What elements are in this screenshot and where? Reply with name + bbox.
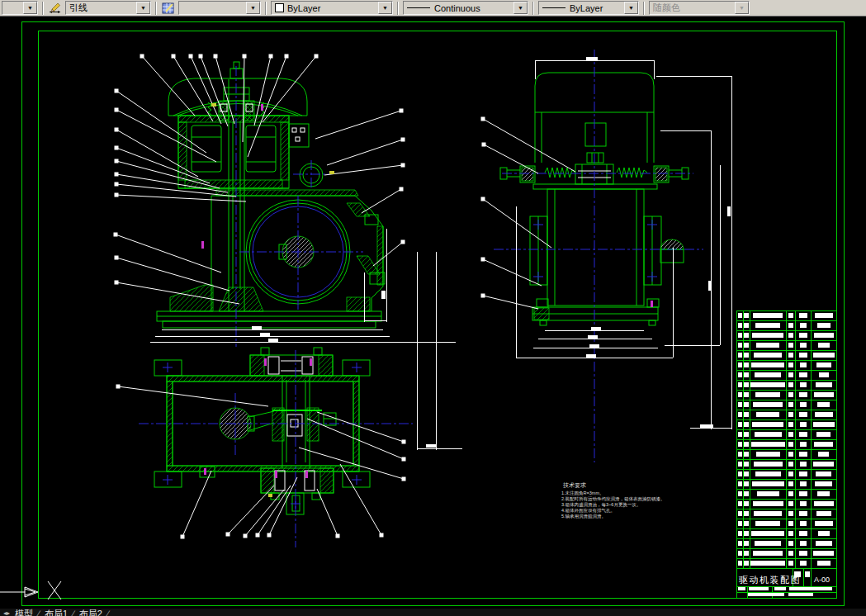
color-control-combo[interactable]: ByLayer ▼ [271, 1, 393, 15]
title-block: 驱动机装配图 A-00 [736, 568, 836, 598]
lineweight-control-combo[interactable]: ByLayer ▼ [538, 1, 639, 15]
leader-style-value: 引线 [69, 2, 88, 14]
tech-line: 4.箱体外面应设有排气孔。 [561, 508, 615, 514]
truncated-combo[interactable]: ▼ [2, 1, 38, 15]
toolbar-separator [155, 2, 157, 15]
lineweight-value: ByLayer [570, 3, 603, 13]
chevron-down-icon[interactable]: ▼ [246, 2, 260, 14]
tab-scroll-icons[interactable]: ◂▸ [3, 609, 10, 616]
tab-separator: ∕ [73, 609, 74, 616]
chevron-down-icon[interactable]: ▼ [513, 2, 528, 14]
tab-separator: ∕ [38, 609, 40, 616]
front-view [157, 62, 385, 328]
tech-line: 2.装配时所有运动件均应润滑，箱体表面涂防锈漆。 [561, 496, 665, 502]
plot-style-value: 随颜色 [653, 2, 680, 14]
parts-list-table [736, 310, 836, 598]
toolbar-separator [532, 2, 534, 15]
chevron-down-icon[interactable]: ▼ [136, 2, 150, 14]
leader-style-combo[interactable]: 引线 ▼ [65, 1, 151, 15]
toolbar-separator [643, 2, 645, 15]
tech-line: 3.箱体内盛润滑油，每3~6月更换一次。 [561, 502, 641, 508]
color-swatch-icon [275, 3, 284, 12]
tab-separator: ∕ [107, 609, 109, 616]
color-ticks [201, 103, 653, 497]
chevron-down-icon[interactable]: ▼ [624, 2, 638, 14]
linetype-sample-icon [407, 7, 430, 8]
drawing-title: 驱动机装配图 [738, 575, 801, 585]
model-space-canvas[interactable]: .g{stroke:#00cc00;fill:none;stroke-width… [0, 17, 866, 609]
toolbar-separator [397, 2, 399, 15]
centerlines [139, 50, 703, 547]
chevron-down-icon[interactable]: ▼ [378, 2, 392, 14]
chevron-down-icon: ▼ [735, 2, 749, 14]
ucs-icon [0, 581, 61, 599]
linetype-control-combo[interactable]: Continuous ▼ [403, 1, 528, 15]
tab-model[interactable]: 模型 [15, 609, 33, 616]
tech-requirements: 技术要求 1.未注圆角R=3mm。 2.装配时所有运动件均应润滑，箱体表面涂防锈… [561, 482, 665, 519]
tech-line: 5.轴承用润滑脂润滑。 [561, 514, 606, 519]
table-style-icon [161, 1, 176, 15]
drawing-number: A-00 [814, 576, 830, 584]
layout-tab-strip: ◂▸ 模型∕布局1∕布局2∕ [0, 609, 866, 616]
leader-style-icon [48, 1, 63, 15]
linetype-value: Continuous [434, 3, 480, 13]
plot-style-combo: 随颜色 ▼ [649, 1, 750, 15]
drawing-svg: .g{stroke:#00cc00;fill:none;stroke-width… [0, 17, 866, 609]
tab-layout1[interactable]: 布局1 [45, 609, 68, 616]
lineweight-sample-icon [542, 7, 566, 8]
tech-line: 1.未注圆角R=3mm。 [561, 490, 604, 496]
empty-style-combo[interactable]: ▼ [178, 1, 261, 15]
toolbar-separator [265, 2, 267, 15]
toolbar: ▼ 引线 ▼ ▼ ByLayer ▼ Cont [0, 0, 866, 17]
tab-layout2[interactable]: 布局2 [79, 609, 102, 616]
color-value: ByLayer [287, 3, 320, 13]
toolbar-separator [42, 2, 44, 15]
drawing-frame [21, 21, 844, 605]
chevron-down-icon[interactable]: ▼ [23, 2, 37, 14]
tech-requirements-title: 技术要求 [562, 482, 586, 489]
